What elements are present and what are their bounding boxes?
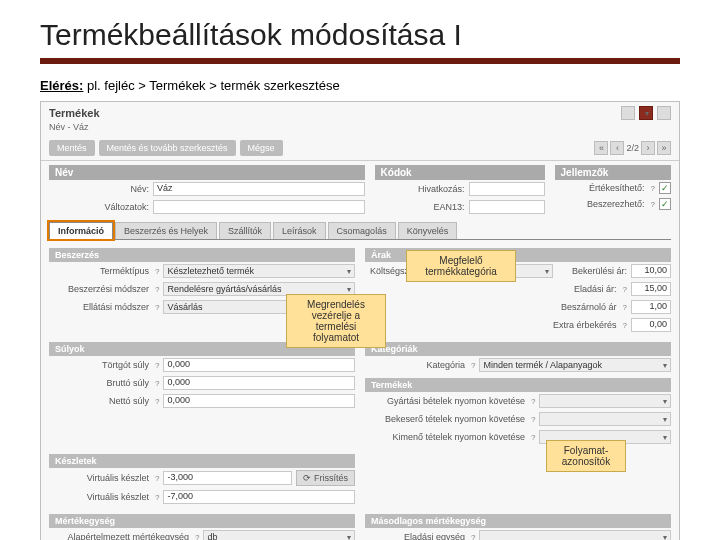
page-last-icon[interactable]: » xyxy=(657,141,671,155)
input-bandprice[interactable]: 1,00 xyxy=(631,300,671,314)
input-ean[interactable] xyxy=(469,200,545,214)
input-weight1[interactable]: 0,000 xyxy=(163,358,355,372)
help-icon[interactable]: ? xyxy=(623,321,627,330)
label-vstock2: Virtuális készlet xyxy=(49,492,149,502)
check-saleable[interactable]: ✓ xyxy=(659,182,671,194)
help-icon[interactable]: ? xyxy=(471,361,475,370)
input-cost[interactable]: 10,00 xyxy=(631,264,671,278)
section-name: Név xyxy=(49,165,365,180)
input-vstock2[interactable]: -7,000 xyxy=(163,490,355,504)
input-vstock1[interactable]: -3,000 xyxy=(163,471,292,485)
section-stock: Készletek xyxy=(49,454,355,468)
help-icon[interactable]: ? xyxy=(155,397,159,406)
save-button[interactable]: Mentés xyxy=(49,140,95,156)
help-icon[interactable]: ? xyxy=(651,184,655,193)
label-purchasable: Beszerezhető: xyxy=(555,199,645,209)
input-variants[interactable] xyxy=(153,200,365,214)
tab-pack[interactable]: Csomagolás xyxy=(328,222,396,239)
view-grid-icon[interactable] xyxy=(639,106,653,120)
section-uom2: Másodlagos mértékegység xyxy=(365,514,671,528)
path-line: Elérés: pl. fejléc > Termékek > termék s… xyxy=(40,78,680,93)
label-sale-unit: Eladási egység xyxy=(365,532,465,540)
tab-supply[interactable]: Szállítók xyxy=(219,222,271,239)
path-value: pl. fejléc > Termékek > termék szerkeszt… xyxy=(87,78,340,93)
help-icon[interactable]: ? xyxy=(155,379,159,388)
tab-procure[interactable]: Beszerzés és Helyek xyxy=(115,222,217,239)
page-first-icon[interactable]: « xyxy=(594,141,608,155)
help-icon[interactable]: ? xyxy=(155,493,159,502)
help-icon[interactable]: ? xyxy=(531,433,535,442)
page-next-icon[interactable]: › xyxy=(641,141,655,155)
tab-info[interactable]: Információ xyxy=(49,222,113,239)
slide-title: Termékbeállítások módosítása I xyxy=(40,18,680,52)
label-prodtype: Terméktípus xyxy=(49,266,149,276)
help-icon[interactable]: ? xyxy=(155,303,159,312)
app-frame: Termékek Név - Váz Mentés Mentés és tová… xyxy=(40,101,680,540)
section-attrs: Jellemzők xyxy=(555,165,671,180)
page-indicator: 2/2 xyxy=(626,143,639,153)
input-ref[interactable] xyxy=(469,182,545,196)
label-weight3: Nettó súly xyxy=(49,396,149,406)
label-supplymethod: Ellátási módszer xyxy=(49,302,149,312)
help-icon[interactable]: ? xyxy=(623,303,627,312)
select-track-prod[interactable] xyxy=(539,394,671,408)
path-label: Elérés: xyxy=(40,78,83,93)
help-icon[interactable]: ? xyxy=(155,474,159,483)
select-category[interactable]: Minden termék / Alapanyagok xyxy=(479,358,671,372)
select-prodtype[interactable]: Készletezhető termék xyxy=(163,264,355,278)
label-saleable: Értékesíthető: xyxy=(555,183,645,193)
label-vstock1: Virtuális készlet xyxy=(49,473,149,483)
label-track-in: Bekeserő tételek nyomon követése xyxy=(365,414,525,424)
label-extra: Extra érbekérés xyxy=(547,320,617,330)
select-default-uom[interactable]: db xyxy=(203,530,355,540)
view-other-icon[interactable] xyxy=(657,106,671,120)
section-procure: Beszerzés xyxy=(49,248,355,262)
help-icon[interactable]: ? xyxy=(155,267,159,276)
label-procmethod: Beszerzési módszer xyxy=(49,284,149,294)
cancel-button[interactable]: Mégse xyxy=(240,140,283,156)
save-continue-button[interactable]: Mentés és tovább szerkesztés xyxy=(99,140,236,156)
select-sale-unit[interactable] xyxy=(479,530,671,540)
label-bandprice: Beszárnoló ár xyxy=(547,302,617,312)
view-list-icon[interactable] xyxy=(621,106,635,120)
callout-category: Megfelelő termékkategória xyxy=(406,250,516,282)
help-icon[interactable]: ? xyxy=(155,285,159,294)
tab-acct[interactable]: Könyvelés xyxy=(398,222,458,239)
label-track-prod: Gyártási bételek nyomon követése xyxy=(365,396,525,406)
refresh-button[interactable]: ⟳Frissítés xyxy=(296,470,355,486)
label-weight2: Bruttó súly xyxy=(49,378,149,388)
label-name: Név: xyxy=(49,184,149,194)
help-icon[interactable]: ? xyxy=(195,533,199,541)
help-icon[interactable]: ? xyxy=(623,285,627,294)
section-categories: Kategóriák xyxy=(365,342,671,356)
refresh-icon: ⟳ xyxy=(303,473,311,483)
label-ref: Hivatkozás: xyxy=(375,184,465,194)
label-saleprice: Eladási ár: xyxy=(547,284,617,294)
tab-desc[interactable]: Leírások xyxy=(273,222,326,239)
help-icon[interactable]: ? xyxy=(531,397,535,406)
help-icon[interactable]: ? xyxy=(531,415,535,424)
breadcrumb: Név - Váz xyxy=(41,122,679,136)
callout-ids: Folyamat-azonosítók xyxy=(546,440,626,472)
label-track-out: Kimenő tételek nyomon követése xyxy=(365,432,525,442)
input-weight2[interactable]: 0,000 xyxy=(163,376,355,390)
input-weight3[interactable]: 0,000 xyxy=(163,394,355,408)
help-icon[interactable]: ? xyxy=(651,200,655,209)
section-uom: Mértékegység xyxy=(49,514,355,528)
app-title: Termékek xyxy=(49,107,100,119)
select-track-in[interactable] xyxy=(539,412,671,426)
check-purchasable[interactable]: ✓ xyxy=(659,198,671,210)
section-codes: Kódok xyxy=(375,165,545,180)
label-default-uom: Alapértelmezett mértékegység xyxy=(49,532,189,540)
label-ean: EAN13: xyxy=(375,202,465,212)
page-prev-icon[interactable]: ‹ xyxy=(610,141,624,155)
title-underline xyxy=(40,58,680,64)
label-category: Kategória xyxy=(365,360,465,370)
input-name[interactable]: Váz xyxy=(153,182,365,196)
label-cost: Bekerülési ár: xyxy=(557,266,627,276)
help-icon[interactable]: ? xyxy=(471,533,475,541)
label-weight1: Törtgót súly xyxy=(49,360,149,370)
input-extra[interactable]: 0,00 xyxy=(631,318,671,332)
help-icon[interactable]: ? xyxy=(155,361,159,370)
input-saleprice[interactable]: 15,00 xyxy=(631,282,671,296)
